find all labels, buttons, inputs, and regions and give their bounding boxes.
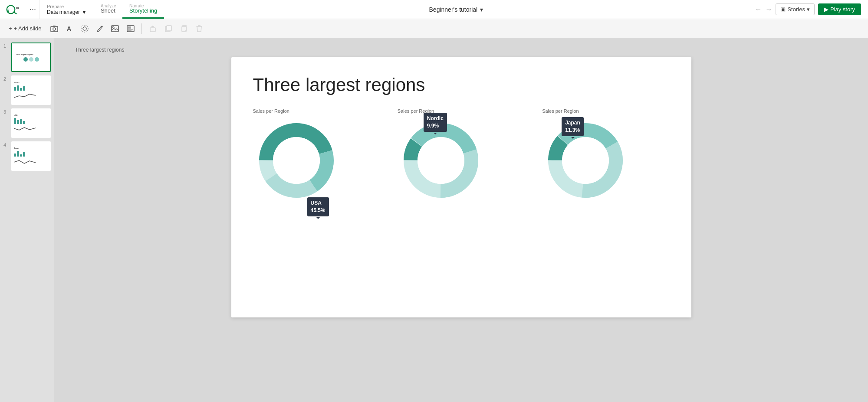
text-button[interactable]: A <box>63 23 76 34</box>
chart-japan: Sales per Region <box>542 108 669 204</box>
svg-point-26 <box>273 137 320 184</box>
play-story-label: Play story <box>830 6 855 13</box>
top-nav: Q lik ··· Prepare Data manager ▼ Analyze… <box>0 0 868 19</box>
prepare-value[interactable]: Data manager ▼ <box>47 9 87 15</box>
svg-rect-13 <box>128 26 131 29</box>
slide-thumb-1[interactable]: Three largest regions <box>11 42 51 72</box>
chart-usa-svg <box>253 117 340 204</box>
chart-japan-label: Sales per Region <box>542 108 579 114</box>
undo-button[interactable]: ← <box>755 6 762 13</box>
app-title-area: Beginner's tutorial ▾ <box>164 0 748 19</box>
chart-nordic-label: Sales per Region <box>398 108 434 114</box>
slide-item-2[interactable]: 2 Nordic <box>3 75 51 105</box>
play-icon: ▶ <box>824 6 829 13</box>
prepare-section: Prepare Data manager ▼ <box>39 0 94 19</box>
prepare-label: Prepare <box>47 4 87 9</box>
qlik-logo-icon: Q lik <box>5 5 21 14</box>
stories-button[interactable]: ▣ Stories ▾ <box>776 3 814 15</box>
content-area: Three largest regions Three largest regi… <box>54 38 868 402</box>
slide-thumb-4[interactable]: Japan <box>11 141 51 171</box>
analyze-tab[interactable]: Analyze Sheet <box>94 0 122 19</box>
svg-point-36 <box>562 137 609 184</box>
slide-number-1: 1 <box>3 42 9 49</box>
slide-item-4[interactable]: 4 Japan <box>3 141 51 171</box>
slide-title: Three largest regions <box>253 75 670 95</box>
copy-button[interactable] <box>178 23 191 34</box>
svg-point-5 <box>53 28 56 30</box>
media-button[interactable] <box>124 23 137 34</box>
snapshot-button[interactable] <box>48 23 61 34</box>
dropdown-icon[interactable]: ▾ <box>480 6 483 13</box>
add-slide-label: + Add slide <box>14 25 42 32</box>
toolbar: + + Add slide A <box>0 19 868 38</box>
svg-text:Q: Q <box>7 7 10 11</box>
chart-usa-label: Sales per Region <box>253 108 289 114</box>
duplicate-button[interactable] <box>162 23 175 34</box>
slide-thumb-3[interactable]: USA <box>11 108 51 138</box>
add-icon: + <box>9 25 12 32</box>
logo-area: Q lik <box>0 0 26 19</box>
slide-thumb-1-dots <box>23 56 39 62</box>
svg-line-1 <box>13 12 17 14</box>
svg-text:lik: lik <box>16 7 19 10</box>
svg-point-8 <box>83 27 86 30</box>
slide-number-3: 3 <box>3 108 9 114</box>
effects-button[interactable] <box>78 23 91 34</box>
slide-number-4: 4 <box>3 141 9 147</box>
separator-1 <box>141 23 142 34</box>
image-button[interactable] <box>108 23 122 34</box>
svg-rect-16 <box>150 28 155 32</box>
svg-rect-15 <box>128 30 132 31</box>
svg-rect-6 <box>53 26 56 26</box>
analyze-label: Analyze <box>101 3 116 12</box>
svg-point-31 <box>418 137 464 184</box>
play-story-button[interactable]: ▶ Play story <box>818 3 861 15</box>
chart-usa-tooltip-value: 45.5% <box>311 207 326 214</box>
chart-usa-donut: USA 45.5% <box>253 117 340 204</box>
slide-canvas[interactable]: Three largest regions Sales per Region <box>231 57 691 317</box>
nav-right-area: ← → ▣ Stories ▾ ▶ Play story <box>748 0 868 19</box>
main-area: 1 Three largest regions 2 Nordic <box>0 38 868 402</box>
svg-rect-4 <box>51 26 58 32</box>
redo-button[interactable]: → <box>765 6 772 13</box>
svg-point-11 <box>112 26 114 28</box>
slide-number-2: 2 <box>3 75 9 82</box>
slide-item-3[interactable]: 3 USA <box>3 108 51 138</box>
chart-japan-donut: Japan 11.3% <box>542 117 629 204</box>
app-title: Beginner's tutorial <box>429 6 478 13</box>
stories-chevron-icon: ▾ <box>807 6 810 13</box>
svg-text:A: A <box>67 25 71 32</box>
narrate-tab[interactable]: Narrate Storytelling <box>122 0 164 19</box>
slide-thumb-2[interactable]: Nordic <box>11 75 51 105</box>
slide-item-1[interactable]: 1 Three largest regions <box>3 42 51 72</box>
slide-thumb-1-title: Three largest regions <box>14 52 48 56</box>
chart-japan-svg <box>542 117 629 204</box>
slide-label: Three largest regions <box>75 47 124 53</box>
slides-sidebar: 1 Three largest regions 2 Nordic <box>0 38 54 402</box>
delete-button[interactable] <box>193 23 205 34</box>
chart-usa: Sales per Region <box>253 108 380 204</box>
svg-point-9 <box>81 25 88 32</box>
narrate-label: Narrate <box>129 3 144 12</box>
stories-label: Stories <box>787 6 805 13</box>
slide-thumb-2-content: Nordic <box>12 76 50 104</box>
add-above-button[interactable] <box>146 23 159 34</box>
nav-more-button[interactable]: ··· <box>26 0 39 19</box>
pencil-button[interactable] <box>94 23 106 34</box>
svg-rect-14 <box>128 29 133 30</box>
charts-row: Sales per Region <box>253 108 670 204</box>
chart-nordic: Sales per Region <box>398 108 525 204</box>
svg-rect-20 <box>167 26 171 31</box>
slide-thumb-3-content: USA <box>12 109 50 137</box>
chart-nordic-donut: Nordic 9.9% <box>398 117 484 204</box>
add-slide-button[interactable]: + + Add slide <box>5 23 45 33</box>
stories-icon: ▣ <box>780 6 786 13</box>
slide-thumb-4-content: Japan <box>12 142 50 170</box>
chart-nordic-svg <box>398 117 484 204</box>
